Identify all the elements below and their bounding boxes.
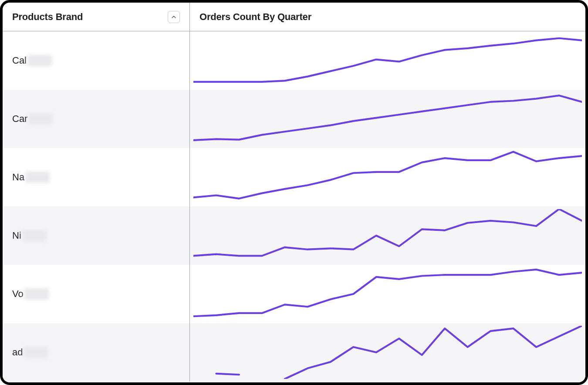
column-header-brand-label: Products Brand bbox=[12, 11, 83, 23]
brand-label: Cal bbox=[12, 55, 52, 66]
redacted-blur bbox=[22, 230, 47, 241]
sparkline-chart bbox=[193, 267, 582, 321]
sparkline-chart bbox=[193, 92, 582, 145]
brand-text: Vo bbox=[12, 288, 24, 300]
column-header-chart[interactable]: Orders Count By Quarter bbox=[190, 3, 585, 31]
brand-label: ad bbox=[12, 347, 48, 358]
sparkline-cell bbox=[190, 148, 585, 206]
redacted-blur bbox=[27, 55, 52, 66]
sparkline-table: Products Brand Orders Count By Quarter C… bbox=[3, 3, 585, 382]
redacted-blur bbox=[24, 288, 49, 300]
table-row: Na bbox=[3, 148, 585, 206]
brand-label: Vo bbox=[12, 288, 49, 300]
sparkline-path bbox=[193, 270, 582, 316]
sparkline-path bbox=[216, 326, 582, 379]
brand-text: Cal bbox=[12, 55, 27, 66]
brand-cell[interactable]: Vo bbox=[3, 265, 190, 323]
sparkline-path bbox=[193, 152, 582, 198]
sparkline-path bbox=[193, 209, 582, 256]
sparkline-chart bbox=[193, 151, 582, 204]
brand-cell[interactable]: Cal bbox=[3, 31, 190, 90]
table-header-row: Products Brand Orders Count By Quarter bbox=[3, 3, 585, 31]
table-row: Cal bbox=[3, 31, 585, 90]
redacted-blur bbox=[25, 172, 50, 183]
chevron-up-icon bbox=[171, 14, 176, 20]
table-row: Ni bbox=[3, 206, 585, 265]
sparkline-cell bbox=[190, 265, 585, 323]
report-frame: Products Brand Orders Count By Quarter C… bbox=[0, 0, 588, 385]
column-header-chart-label: Orders Count By Quarter bbox=[199, 11, 311, 23]
sparkline-cell bbox=[190, 323, 585, 382]
brand-text: ad bbox=[12, 347, 23, 358]
brand-label: Ni bbox=[12, 230, 47, 241]
brand-text: Na bbox=[12, 172, 24, 183]
sparkline-path bbox=[193, 38, 582, 82]
table-body: CalCarNaNiVoad bbox=[3, 31, 585, 382]
brand-cell[interactable]: Ni bbox=[3, 206, 190, 265]
sparkline-chart bbox=[193, 326, 582, 379]
table-row: Vo bbox=[3, 265, 585, 323]
brand-text: Car bbox=[12, 113, 27, 125]
brand-cell[interactable]: Car bbox=[3, 90, 190, 148]
sparkline-chart bbox=[193, 209, 582, 262]
sparkline-cell bbox=[190, 206, 585, 265]
sparkline-chart bbox=[193, 34, 582, 87]
redacted-blur bbox=[24, 347, 48, 358]
column-header-brand[interactable]: Products Brand bbox=[3, 3, 190, 31]
sparkline-cell bbox=[190, 90, 585, 148]
table-row: Car bbox=[3, 90, 585, 148]
brand-text: Ni bbox=[12, 230, 21, 241]
brand-cell[interactable]: Na bbox=[3, 148, 190, 206]
sort-button[interactable] bbox=[168, 11, 180, 23]
sparkline-cell bbox=[190, 31, 585, 90]
brand-label: Na bbox=[12, 172, 50, 183]
sparkline-path bbox=[193, 95, 582, 140]
redacted-blur bbox=[28, 113, 53, 125]
brand-label: Car bbox=[12, 113, 53, 125]
table-row: ad bbox=[3, 323, 585, 382]
brand-cell[interactable]: ad bbox=[3, 323, 190, 382]
